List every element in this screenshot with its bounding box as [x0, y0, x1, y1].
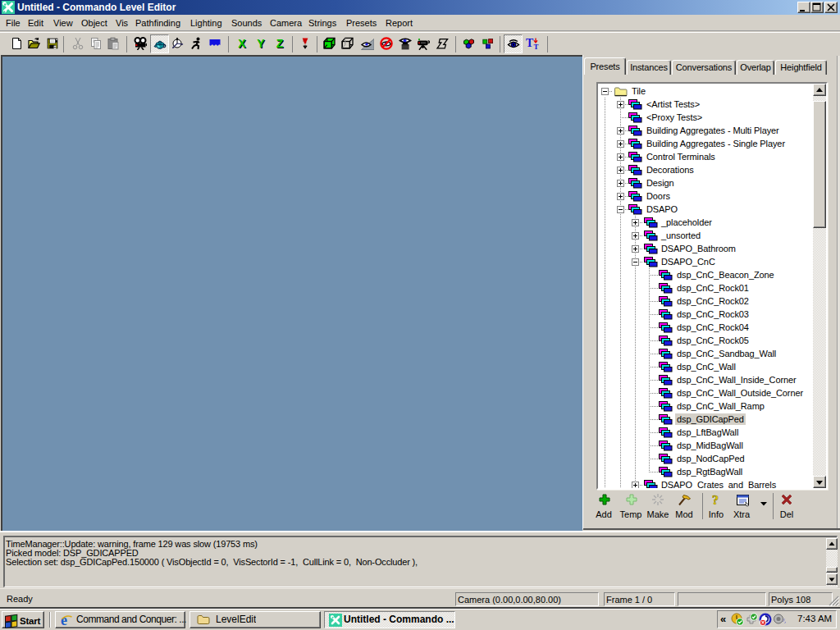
svg-text:?: ?: [712, 493, 719, 507]
svg-text:X: X: [238, 37, 246, 50]
svg-text:T: T: [526, 37, 534, 49]
svg-text:Y: Y: [257, 37, 265, 50]
svg-text:T: T: [534, 43, 539, 50]
svg-text:Z: Z: [276, 37, 284, 50]
